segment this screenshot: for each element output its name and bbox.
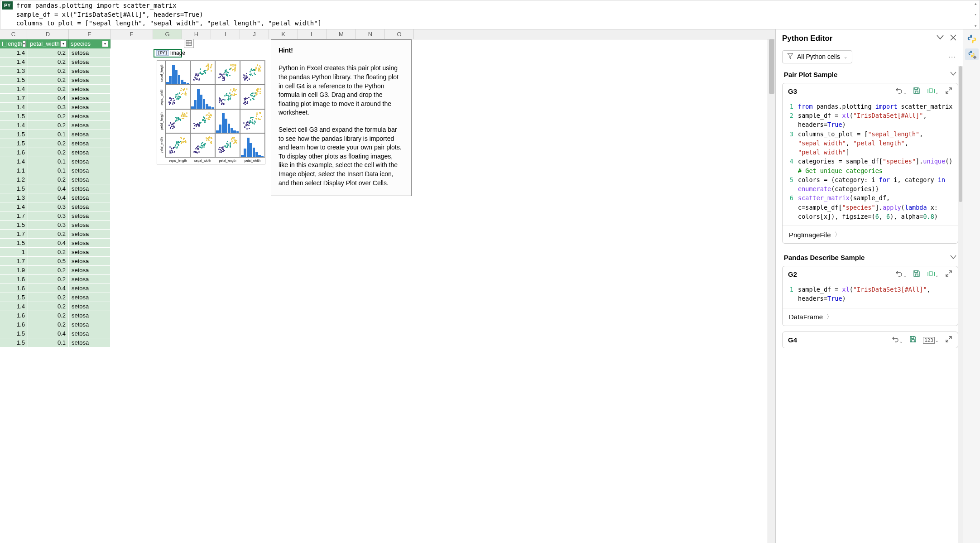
- table-cell[interactable]: setosa: [69, 157, 110, 166]
- table-cell[interactable]: setosa: [69, 230, 110, 239]
- table-cell[interactable]: 1.5: [0, 239, 28, 248]
- table-cell[interactable]: 0.2: [28, 76, 69, 85]
- card-output[interactable]: DataFrame〉: [783, 308, 958, 326]
- table-cell[interactable]: 0.3: [28, 211, 69, 221]
- table-cell[interactable]: 1.7: [0, 94, 28, 103]
- table-cell[interactable]: setosa: [69, 320, 110, 329]
- panel-more-menu[interactable]: ···: [948, 53, 956, 60]
- table-cell[interactable]: 0.1: [28, 166, 69, 175]
- code-block[interactable]: 1sample_df = xl("IrisDataSet3[#All]", he…: [783, 282, 958, 308]
- code-line[interactable]: from pandas.plotting import scatter_matr…: [798, 102, 958, 111]
- undo-button[interactable]: ⌄: [895, 87, 907, 96]
- column-header-L[interactable]: L: [298, 29, 327, 39]
- table-cell[interactable]: 0.1: [28, 130, 69, 139]
- table-cell[interactable]: setosa: [69, 103, 110, 112]
- worksheet-grid[interactable]: CDEFGHIJKLMNO l_length▾petal_width▾speci…: [0, 29, 775, 543]
- code-line[interactable]: columns_to_plot = ["sepal_length", "sepa…: [798, 130, 958, 157]
- table-cell[interactable]: 1.5: [0, 112, 28, 121]
- save-button[interactable]: [913, 87, 920, 96]
- table-cell[interactable]: 1.7: [0, 257, 28, 266]
- card-cell-ref[interactable]: G2: [788, 270, 797, 278]
- table-cell[interactable]: 1.4: [0, 103, 28, 112]
- filter-dropdown-icon[interactable]: ▾: [23, 41, 26, 47]
- table-cell[interactable]: 0.2: [28, 230, 69, 239]
- table-cell[interactable]: 0.1: [28, 157, 69, 166]
- output-type-dropdown[interactable]: 123⌄: [923, 336, 939, 343]
- column-header-K[interactable]: K: [269, 29, 298, 39]
- code-line[interactable]: scatter_matrix(sample_df, c=sample_df["s…: [798, 193, 958, 221]
- save-button[interactable]: [909, 336, 917, 344]
- undo-button[interactable]: ⌄: [892, 336, 903, 344]
- table-cell[interactable]: setosa: [69, 311, 110, 320]
- code-line[interactable]: colors = {category: i for i, category in…: [798, 175, 958, 194]
- table-cell[interactable]: setosa: [69, 48, 110, 58]
- insert-data-smart-tag[interactable]: [184, 39, 194, 48]
- table-cell[interactable]: 1.5: [0, 338, 28, 347]
- save-button[interactable]: [913, 270, 920, 279]
- table-cell[interactable]: 0.2: [28, 302, 69, 311]
- table-cell[interactable]: 1.5: [0, 130, 28, 139]
- formula-scroll-up-icon[interactable]: ▴: [975, 1, 977, 6]
- column-header-F[interactable]: F: [110, 29, 153, 39]
- column-header-I[interactable]: I: [211, 29, 240, 39]
- table-cell[interactable]: 0.4: [28, 184, 69, 193]
- column-header-C[interactable]: C: [0, 29, 27, 39]
- selected-cell[interactable]: [PY] Image: [154, 49, 182, 58]
- table-cell[interactable]: setosa: [69, 94, 110, 103]
- table-cell[interactable]: 0.3: [28, 202, 69, 211]
- table-cell[interactable]: 0.2: [28, 85, 69, 94]
- table-cell[interactable]: setosa: [69, 184, 110, 193]
- table-cell[interactable]: 1.4: [0, 157, 28, 166]
- filter-dropdown-icon[interactable]: ▾: [60, 41, 67, 47]
- table-cell[interactable]: setosa: [69, 76, 110, 85]
- table-cell[interactable]: setosa: [69, 293, 110, 302]
- table-cell[interactable]: setosa: [69, 202, 110, 211]
- table-cell[interactable]: setosa: [69, 85, 110, 94]
- table-cell[interactable]: 1.4: [0, 48, 28, 58]
- python-rail-button[interactable]: [965, 33, 979, 45]
- table-cell[interactable]: 1.9: [0, 266, 28, 275]
- table-cell[interactable]: 0.2: [28, 175, 69, 184]
- code-block[interactable]: 1from pandas.plotting import scatter_mat…: [783, 99, 958, 226]
- table-cell[interactable]: 0.4: [28, 329, 69, 338]
- table-cell[interactable]: 1.1: [0, 166, 28, 175]
- table-cell[interactable]: 0.2: [28, 67, 69, 76]
- table-cell[interactable]: 0.2: [28, 112, 69, 121]
- grid-vertical-scrollbar[interactable]: [768, 39, 775, 543]
- table-cell[interactable]: setosa: [69, 257, 110, 266]
- panel-scrollbar[interactable]: [958, 66, 963, 543]
- formula-scroll-down-icon[interactable]: ▾: [975, 24, 977, 28]
- table-cell[interactable]: 1.5: [0, 139, 28, 148]
- table-cell[interactable]: 1.6: [0, 284, 28, 293]
- table-cell[interactable]: 1.5: [0, 184, 28, 193]
- table-cell[interactable]: 0.2: [28, 275, 69, 284]
- table-cell[interactable]: setosa: [69, 166, 110, 175]
- expand-button[interactable]: [945, 87, 952, 96]
- table-cell[interactable]: 1.5: [0, 221, 28, 230]
- code-line[interactable]: categories = sample_df["species"].unique…: [798, 157, 958, 175]
- table-cell[interactable]: 1.4: [0, 302, 28, 311]
- card-cell-ref[interactable]: G3: [788, 87, 797, 95]
- expand-button[interactable]: [945, 270, 952, 279]
- code-line[interactable]: sample_df = xl("IrisDataSet3[#All]", hea…: [798, 285, 958, 303]
- expand-button[interactable]: [945, 336, 952, 344]
- formula-bar[interactable]: PY from pandas.plotting import scatter_m…: [0, 0, 980, 29]
- code-line[interactable]: sample_df = xl("IrisDataSet[#All]", head…: [798, 111, 958, 130]
- table-cell[interactable]: 0.3: [28, 103, 69, 112]
- table-cell[interactable]: 0.4: [28, 284, 69, 293]
- table-cell[interactable]: setosa: [69, 193, 110, 202]
- section-header[interactable]: Pair Plot Sample: [782, 66, 958, 83]
- filter-dropdown-icon[interactable]: ▾: [102, 41, 108, 47]
- table-cell[interactable]: 0.4: [28, 94, 69, 103]
- column-header-M[interactable]: M: [327, 29, 356, 39]
- table-cell[interactable]: 1.6: [0, 148, 28, 157]
- table-cell[interactable]: setosa: [69, 284, 110, 293]
- table-cell[interactable]: 1.5: [0, 329, 28, 338]
- table-cell[interactable]: 1.4: [0, 202, 28, 211]
- output-type-dropdown[interactable]: []⌄: [927, 270, 939, 278]
- table-cell[interactable]: setosa: [69, 139, 110, 148]
- panel-collapse-icon[interactable]: [937, 34, 944, 42]
- table-header-petal_width[interactable]: petal_width▾: [28, 39, 69, 48]
- card-output[interactable]: PngImageFile〉: [783, 226, 958, 243]
- output-type-dropdown[interactable]: []⌄: [927, 87, 939, 95]
